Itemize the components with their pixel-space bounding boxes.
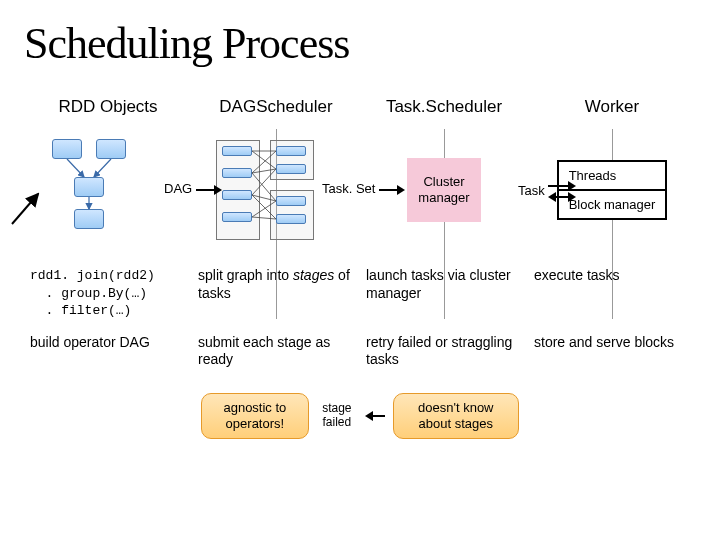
svg-line-1 bbox=[94, 159, 111, 177]
svg-line-13 bbox=[12, 194, 38, 224]
text: split graph into bbox=[198, 267, 293, 283]
empty-cell bbox=[24, 383, 195, 440]
flow-taskset: Task. Set bbox=[322, 181, 405, 196]
col-task: Task.Scheduler Cluster manager bbox=[360, 97, 528, 245]
dag-edges-svg bbox=[216, 140, 336, 240]
flow-task-label: Task bbox=[518, 183, 545, 198]
text-em: stages bbox=[293, 267, 334, 283]
col-head-rdd: RDD Objects bbox=[58, 97, 157, 117]
arrow-right-icon bbox=[379, 185, 405, 195]
rdd-box bbox=[52, 139, 82, 159]
empty-cell bbox=[525, 383, 696, 440]
page-title: Scheduling Process bbox=[24, 18, 696, 69]
pill-stages: doesn't know about stages bbox=[393, 393, 519, 440]
code-line: . group.By(…) bbox=[46, 286, 147, 301]
pill-cell: agnostic to operators! stage failed does… bbox=[195, 383, 525, 440]
rdd-box bbox=[74, 209, 104, 229]
arrow-left-icon bbox=[365, 411, 385, 421]
column-row: RDD Objects DAGScheduler bbox=[24, 97, 696, 245]
code-line: rdd1. join(rdd2) bbox=[30, 268, 155, 283]
svg-line-12 bbox=[252, 169, 276, 195]
flow-taskset-label: Task. Set bbox=[322, 181, 375, 196]
cluster-manager-box: Cluster manager bbox=[407, 158, 481, 222]
desc-worker-2: store and serve blocks bbox=[528, 334, 696, 369]
flow-dag-label: DAG bbox=[164, 181, 192, 196]
desc-dag-2: submit each stage as ready bbox=[192, 334, 360, 369]
col-head-dag: DAGScheduler bbox=[219, 97, 332, 117]
svg-line-4 bbox=[252, 151, 276, 169]
col-rdd: RDD Objects bbox=[24, 97, 192, 245]
rdd-box bbox=[74, 177, 104, 197]
code-snippet: rdd1. join(rdd2) . group.By(…) . filter(… bbox=[24, 267, 192, 320]
pill-agnostic: agnostic to operators! bbox=[201, 393, 309, 440]
desc-task-2: retry failed or straggling tasks bbox=[360, 334, 528, 369]
arrow-both-icon bbox=[548, 192, 576, 202]
arrow-right-icon bbox=[548, 181, 576, 191]
desc-rdd-2: build operator DAG bbox=[24, 334, 192, 369]
flow-task: Task bbox=[518, 181, 576, 202]
svg-line-0 bbox=[67, 159, 84, 177]
row-1: rdd1. join(rdd2) . group.By(…) . filter(… bbox=[24, 267, 696, 320]
stage-failed-label: stage failed bbox=[317, 402, 357, 430]
row-2: build operator DAG submit each stage as … bbox=[24, 334, 696, 369]
arrow-right-icon bbox=[196, 185, 222, 195]
svg-line-9 bbox=[252, 201, 276, 217]
svg-line-7 bbox=[252, 195, 276, 201]
col-worker: Worker Threads Block manager bbox=[528, 97, 696, 245]
svg-line-8 bbox=[252, 195, 276, 219]
description-rows: rdd1. join(rdd2) . group.By(…) . filter(… bbox=[24, 267, 696, 439]
svg-line-11 bbox=[252, 173, 276, 201]
flow-dag: DAG bbox=[164, 181, 222, 196]
pointer-arrow-icon bbox=[8, 188, 48, 228]
rdd-box bbox=[96, 139, 126, 159]
row-pills: agnostic to operators! stage failed does… bbox=[24, 383, 696, 440]
svg-line-10 bbox=[252, 217, 276, 219]
col-head-task: Task.Scheduler bbox=[386, 97, 502, 117]
col-dag: DAGScheduler bbox=[192, 97, 360, 245]
code-line: . filter(…) bbox=[46, 303, 132, 318]
col-head-worker: Worker bbox=[585, 97, 639, 117]
